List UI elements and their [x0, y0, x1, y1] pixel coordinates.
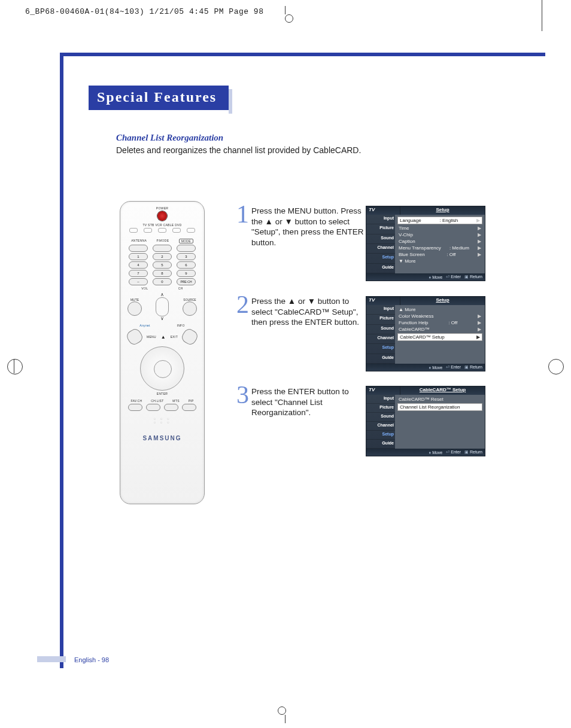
osd1-row-language: Language: English▶ [397, 217, 482, 224]
sb-guide: Guide [366, 354, 395, 364]
osd3-sidebar: Input Picture Sound Channel Setup Guide [366, 395, 395, 449]
osd3-row-reset: CableCARD™ Reset [397, 396, 482, 403]
osd-screenshot-1: TVSetup Input Picture Sound Channel Setu… [366, 206, 485, 281]
sb-channel: Channel [366, 334, 395, 344]
osd1-row-more: ▼ More [397, 258, 482, 264]
menu-button [125, 327, 145, 347]
arrow-icon: ▶ [478, 245, 481, 251]
osd1-row-transparency: Menu Transparency: Medium▶ [397, 245, 482, 251]
cell: CableCARD™ [399, 327, 430, 332]
exit-label: EXIT [171, 335, 178, 339]
num-6: 6 [177, 261, 196, 269]
remote-mode-labels: TV STB VCR CABLE DVD [120, 223, 204, 227]
foot-enter: Enter [451, 275, 461, 279]
arrow-icon: ▶ [478, 252, 481, 257]
foot-enter: Enter [451, 365, 461, 369]
osd1-row-bluescreen: Blue Screen: Off▶ [397, 251, 482, 258]
brand-label: SAMSUNG [120, 435, 204, 441]
osd3-row-reorg: Channel List Reorganization [397, 403, 482, 411]
osd3-list: CableCARD™ Reset Channel List Reorganiza… [395, 395, 485, 449]
arrow-icon: ▶ [476, 218, 480, 223]
num-0: 0 [153, 278, 172, 285]
chlist-button [146, 404, 160, 411]
cell: ▼ More [399, 258, 415, 264]
mode-led [172, 228, 181, 233]
pip-label: PIP [189, 399, 194, 403]
enter-label: ENTER [120, 392, 204, 395]
sb-guide: Guide [366, 264, 395, 273]
step-3: 3 Press the ENTER button to select "Chan… [235, 386, 365, 418]
remote-power-label: POWER [120, 206, 204, 210]
osd2-list: ▲ More Color Weakness▶ Function Help: Of… [395, 305, 485, 364]
cell: : Off [447, 252, 455, 257]
cell: Caption [399, 239, 415, 244]
num-4: 4 [129, 261, 148, 269]
crop-mark-right [547, 358, 565, 376]
num-9: 9 [177, 270, 196, 277]
cell: : English [439, 218, 458, 223]
antenna-button [129, 245, 148, 252]
num-8: 8 [153, 270, 172, 277]
prech-button: PRE-CH [177, 278, 196, 285]
power-icon [157, 211, 167, 221]
osd2-footer: ♦Move⏎Enter▣Return [366, 364, 485, 371]
sb-setup: Setup [366, 344, 395, 354]
mode-led [158, 228, 166, 233]
cell: : Medium [449, 245, 469, 251]
anynet-label: Anynet [139, 324, 150, 327]
crop-mark-bottom [277, 705, 294, 723]
osd1-sidebar: Input Picture Sound Channel Setup Guide [366, 215, 395, 273]
up-arrow-icon: ▲ [161, 334, 166, 340]
arrow-icon: ▶ [478, 232, 481, 237]
osd-screenshot-2: TVSetup Input Picture Sound Channel Setu… [366, 296, 485, 371]
step-2: 2 Press the ▲ or ▼ button to select "Cab… [235, 296, 365, 328]
step-1-number: 1 [235, 206, 249, 223]
page-heading: Special Features [89, 86, 229, 110]
print-slug: 6_BP68-00460A-01(84~103) 1/21/05 4:45 PM… [25, 7, 263, 16]
foot-move: Move [432, 275, 442, 279]
sb-sound: Sound [366, 234, 395, 244]
sb-channel: Channel [366, 244, 395, 254]
osd2-row-more: ▲ More [397, 306, 482, 313]
sb-sound: Sound [366, 413, 395, 422]
cell: Function Help [399, 320, 428, 325]
osd1-list: Language: English▶ Time▶ V-Chip▶ Caption… [395, 215, 485, 273]
osd1-title: Setup [400, 206, 485, 215]
cell: CableCARD™ Setup [400, 334, 445, 340]
step-1: 1 Press the MENU button. Press the ▲ or … [235, 206, 365, 248]
foot-move: Move [432, 365, 442, 370]
mode-button [177, 245, 196, 252]
crop-mark-left [6, 358, 24, 376]
sb-guide: Guide [366, 440, 395, 449]
step-2-number: 2 [235, 296, 249, 313]
osd3-title: CableCARD™ Setup [400, 386, 485, 395]
osd1-tv: TV [366, 206, 400, 215]
remote-pmode-label: P.MODE [156, 239, 169, 243]
osd-screenshot-3: TVCableCARD™ Setup Input Picture Sound C… [366, 386, 485, 456]
step-3-number: 3 [235, 386, 249, 404]
sb-setup: Setup [366, 254, 395, 263]
osd2-tv: TV [366, 297, 400, 305]
num-3: 3 [177, 253, 196, 260]
arrow-icon: ▶ [478, 313, 481, 319]
osd2-title: Setup [400, 297, 485, 305]
cell: ▲ More [399, 307, 415, 312]
sb-setup: Setup [366, 431, 395, 440]
pmode-button [153, 245, 172, 252]
sb-sound: Sound [366, 325, 395, 334]
foot-return: Return [470, 275, 482, 279]
sb-picture: Picture [366, 404, 395, 413]
num-1: 1 [129, 253, 148, 260]
sb-input: Input [366, 215, 395, 224]
num-dash: – [129, 278, 148, 285]
arrow-icon: ▶ [476, 334, 480, 340]
footer-accent [37, 656, 66, 662]
chlist-label: CH.LIST [151, 399, 163, 403]
cell: Time [399, 226, 409, 231]
page-footer: English - 98 [74, 656, 109, 663]
dot-row: ○ ○ ○○ ○ ○ [120, 417, 204, 424]
arrow-icon: ▶ [478, 239, 481, 244]
step-1-text: Press the MENU button. Press the ▲ or ▼ … [251, 206, 365, 248]
pip-button [182, 404, 196, 411]
cell: Channel List Reorganization [400, 404, 460, 410]
